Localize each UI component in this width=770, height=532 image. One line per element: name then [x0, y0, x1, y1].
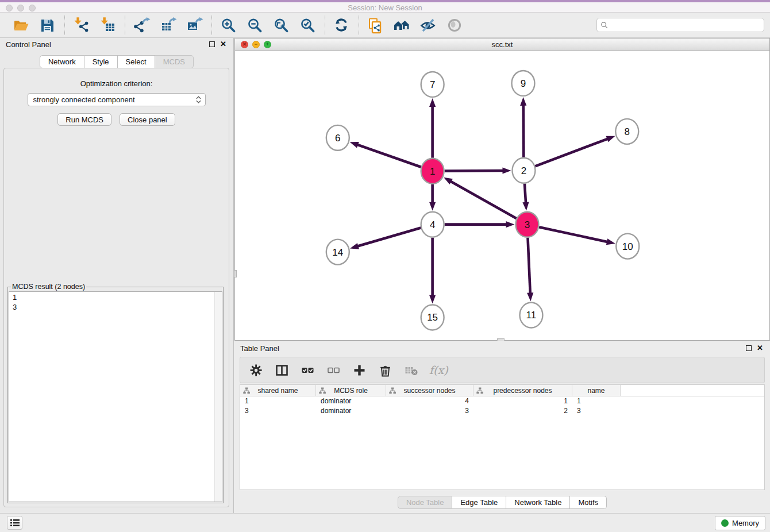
table-settings-button[interactable] — [248, 363, 263, 377]
table-row[interactable]: 1dominator411 — [240, 396, 764, 406]
table-cell[interactable]: 4 — [386, 396, 473, 406]
control-panel-float-icon[interactable] — [209, 41, 215, 47]
table-cell[interactable]: dominator — [316, 406, 386, 416]
tab-network[interactable]: Network — [40, 55, 84, 68]
column-header-shared-name[interactable]: shared name — [240, 385, 316, 396]
tab-mcds[interactable]: MCDS — [155, 55, 194, 68]
import-table-button[interactable] — [97, 15, 119, 36]
table-cell[interactable]: dominator — [316, 396, 386, 406]
edge-3-1[interactable] — [444, 178, 517, 218]
table-cell[interactable]: 3 — [386, 406, 473, 416]
import-network-button[interactable] — [71, 15, 93, 36]
export-table-button[interactable] — [157, 15, 179, 36]
node-1[interactable]: 1 — [421, 159, 444, 184]
memory-button[interactable]: Memory — [715, 516, 765, 530]
node-9[interactable]: 9 — [511, 71, 534, 96]
edge-2-3[interactable] — [522, 184, 529, 211]
run-mcds-button[interactable]: Run MCDS — [57, 113, 111, 126]
table-cell[interactable]: 1 — [240, 396, 316, 406]
search-icon — [600, 21, 609, 29]
mcds-result-scrollbar[interactable] — [214, 292, 222, 502]
node-label: 14 — [332, 247, 343, 258]
mcds-result-area[interactable]: 1 3 — [9, 291, 222, 502]
zoom-out-icon — [247, 17, 264, 34]
close-panel-button[interactable]: Close panel — [120, 113, 175, 126]
table-cell[interactable]: 1 — [473, 396, 572, 406]
zoom-out-button[interactable] — [244, 15, 266, 36]
edge-2-9[interactable] — [520, 97, 526, 157]
save-session-icon — [39, 17, 56, 34]
table-cell[interactable]: 2 — [473, 406, 572, 416]
export-network-button[interactable] — [131, 15, 153, 36]
birds-eye-home-button[interactable] — [391, 15, 413, 36]
column-header-predecessor-nodes[interactable]: predecessor nodes — [473, 385, 572, 396]
zoom-in-button[interactable] — [218, 15, 240, 36]
tab-edge-table[interactable]: Edge Table — [452, 496, 506, 509]
column-header-label: MCDS role — [334, 387, 368, 395]
delete-table-disabled-button — [403, 363, 418, 377]
edge-1-7[interactable] — [429, 98, 436, 158]
tab-motifs[interactable]: Motifs — [570, 496, 607, 509]
clone-network-button[interactable] — [365, 15, 387, 36]
edge-3-11[interactable] — [527, 238, 533, 302]
zoom-fit-button[interactable] — [271, 15, 292, 36]
memory-label: Memory — [732, 519, 759, 527]
tab-node-table[interactable]: Node Table — [398, 496, 453, 509]
open-session-button[interactable] — [10, 15, 32, 36]
edge-1-2[interactable] — [445, 167, 511, 174]
edge-1-6[interactable] — [350, 142, 421, 167]
node-8[interactable]: 8 — [615, 119, 638, 144]
tab-style[interactable]: Style — [84, 55, 118, 68]
table-panel-float-icon[interactable] — [746, 345, 752, 351]
node-3[interactable]: 3 — [515, 212, 538, 237]
edge-4-14[interactable] — [350, 228, 421, 249]
column-header-name[interactable]: name — [572, 385, 621, 396]
node-2[interactable]: 2 — [512, 158, 535, 183]
node-6[interactable]: 6 — [326, 125, 349, 151]
splitter-grip-left[interactable] — [234, 270, 237, 277]
show-panels-button[interactable] — [7, 516, 22, 530]
select-all-columns-button[interactable] — [300, 363, 315, 377]
search-field[interactable] — [596, 18, 764, 32]
zoom-selected-button[interactable] — [297, 15, 319, 36]
column-header-successor-nodes[interactable]: successor nodes — [386, 385, 473, 396]
tab-select[interactable]: Select — [118, 55, 155, 68]
refresh-button[interactable] — [331, 15, 353, 36]
function-builder-icon: f(x) — [429, 364, 448, 376]
table-cell[interactable]: 1 — [572, 396, 621, 406]
edge-4-15[interactable] — [429, 238, 436, 304]
table-row[interactable]: 3dominator323 — [240, 406, 764, 416]
column-header-MCDS-role[interactable]: MCDS role — [316, 385, 386, 396]
edge-1-4[interactable] — [429, 184, 436, 211]
export-image-button[interactable] — [184, 15, 206, 36]
window-titlebar: Session: New Session — [0, 0, 770, 13]
delete-columns-button[interactable] — [378, 363, 392, 377]
deselect-all-columns-button[interactable] — [326, 363, 341, 377]
network-canvas[interactable]: 7968124314101511 — [235, 51, 769, 340]
table-cell[interactable]: 3 — [240, 406, 316, 416]
overview-eye-disabled-button[interactable] — [444, 15, 466, 36]
node-15[interactable]: 15 — [421, 305, 444, 330]
toggle-visibility-button[interactable] — [418, 15, 440, 36]
add-column-button[interactable] — [352, 363, 367, 377]
tab-network-table[interactable]: Network Table — [506, 496, 570, 509]
delete-table-disabled-icon — [405, 364, 418, 377]
list-icon — [10, 519, 20, 527]
table-panel-close-icon[interactable]: ✕ — [757, 345, 763, 351]
save-session-button[interactable] — [37, 15, 59, 36]
optimization-criterion-dropdown[interactable]: strongly connected component — [28, 93, 206, 106]
edge-4-3[interactable] — [445, 221, 515, 228]
node-10[interactable]: 10 — [616, 234, 639, 259]
edge-3-10[interactable] — [539, 227, 615, 245]
search-input[interactable] — [609, 18, 764, 32]
node-14[interactable]: 14 — [326, 240, 349, 265]
edge-2-8[interactable] — [535, 136, 615, 167]
overview-eye-disabled-icon — [446, 17, 464, 34]
show-columns-button[interactable] — [274, 363, 289, 377]
node-4[interactable]: 4 — [421, 212, 444, 237]
node-11[interactable]: 11 — [519, 303, 542, 328]
table-cell[interactable]: 3 — [572, 406, 621, 416]
control-panel-close-icon[interactable]: ✕ — [220, 41, 226, 47]
node-7[interactable]: 7 — [421, 72, 444, 97]
zoom-selected-icon — [299, 17, 317, 34]
